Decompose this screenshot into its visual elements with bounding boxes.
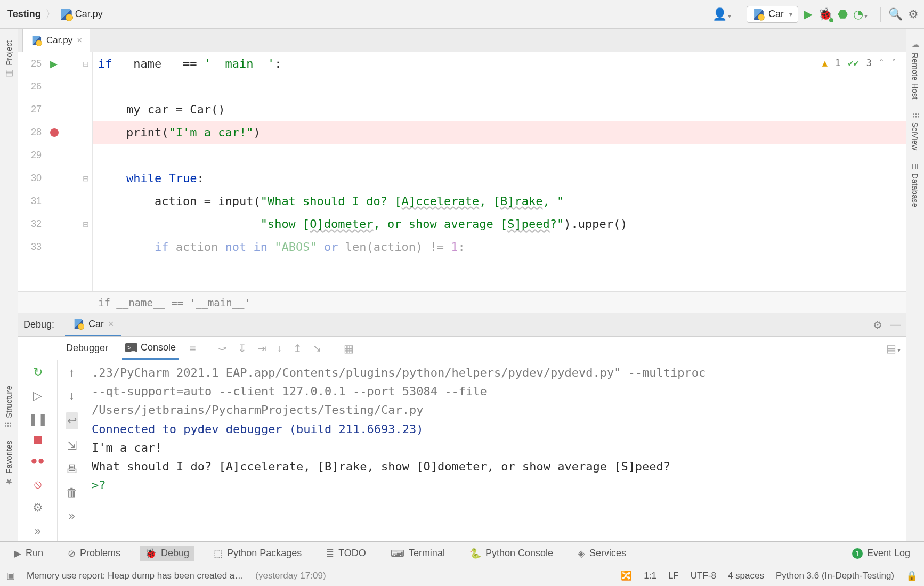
run-configuration-selector[interactable]: Car ▾ <box>747 6 798 23</box>
folder-icon: ▤ <box>4 69 14 79</box>
print-icon[interactable]: 🖶 <box>66 462 78 476</box>
caret-position[interactable]: 1:1 <box>644 571 656 581</box>
code-breadcrumb[interactable]: if __name__ == '__main__' <box>18 291 906 313</box>
debug-button[interactable]: 🐞 <box>818 7 832 21</box>
lock-icon[interactable]: 🔒 <box>906 570 918 582</box>
bug-icon: 🐞 <box>145 548 157 559</box>
problems-tool-button[interactable]: ⊘Problems <box>62 546 126 561</box>
console-toolbar: ↑ ↓ ↩ ⇲ 🖶 🗑 » <box>58 360 86 541</box>
console-prompt[interactable]: >? <box>92 476 901 494</box>
console-tab[interactable]: >_Console <box>122 337 179 360</box>
layout-icon[interactable]: ▤▾ <box>886 342 901 355</box>
editor-tab-car[interactable]: Car.py × <box>22 29 90 52</box>
pause-icon[interactable]: ❚❚ <box>28 412 47 426</box>
line-number: 29 <box>23 150 42 161</box>
run-coverage-button[interactable]: ⬣ <box>838 7 848 21</box>
navigation-bar: Testing 〉 Car.py 👤▾ Car ▾ ▶ 🐞 ⬣ ◔▾ 🔍 ⚙ <box>0 0 924 29</box>
step-out-icon[interactable]: ↥ <box>293 342 302 355</box>
debug-toolbar: Debugger >_Console ≡ ⤻ ↧ ⇥ ↓ ↥ ➘ ▦ ▤▾ <box>18 337 906 360</box>
structure-icon: ⠿ <box>4 421 14 428</box>
right-tool-rail: ☁Remote Host ⠿SciView ≣Database <box>906 29 924 541</box>
editor-tab-label: Car.py <box>46 35 72 46</box>
fold-icon[interactable]: ⊟ <box>83 220 89 229</box>
minimize-icon[interactable]: — <box>890 319 901 331</box>
resume-icon[interactable]: ▷ <box>33 389 42 403</box>
todo-tool-button[interactable]: ≣TODO <box>321 546 371 561</box>
close-icon[interactable]: × <box>77 35 82 46</box>
database-button[interactable]: ≣Database <box>910 163 920 207</box>
encoding[interactable]: UTF-8 <box>691 571 716 581</box>
fold-icon[interactable]: ⊟ <box>83 174 89 183</box>
breakpoint-icon[interactable] <box>50 128 59 137</box>
debug-tool-button[interactable]: 🐞Debug <box>140 546 194 561</box>
threads-icon[interactable]: ≡ <box>190 342 196 354</box>
run-gutter-icon[interactable]: ▶ <box>50 58 58 70</box>
close-icon[interactable]: × <box>108 319 114 330</box>
soft-wrap-icon[interactable]: ↩ <box>66 412 78 429</box>
console-output[interactable]: .23/PyCharm 2021.1 EAP.app/Contents/plug… <box>86 360 906 541</box>
gutter[interactable]: 25▶⊟ 26 27 28 29 30⊟ 31 32⊟ 33 <box>18 52 93 291</box>
breadcrumb-file[interactable]: Car.py <box>60 9 103 20</box>
run-button[interactable]: ▶ <box>804 7 813 21</box>
search-icon[interactable]: 🔍 <box>888 7 903 21</box>
console-line: --qt-support=auto --client 127.0.0.1 --p… <box>92 382 901 401</box>
packages-tool-button[interactable]: ⬚Python Packages <box>208 546 307 561</box>
project-tool-button[interactable]: ▤Project <box>4 40 14 79</box>
fold-icon[interactable]: ⊟ <box>83 60 89 68</box>
step-into-my-icon[interactable]: ⇥ <box>257 342 266 355</box>
debug-left-toolbar: ↻ ▷ ❚❚ ●● ⦸ ⚙ » <box>18 360 58 541</box>
console-line: What should I do? [A]ccelerate, [B]rake,… <box>92 457 901 476</box>
structure-tool-button[interactable]: ⠿Structure <box>4 386 14 428</box>
stop-icon[interactable] <box>34 436 42 444</box>
down-icon[interactable]: ↓ <box>69 389 75 403</box>
run-tool-button[interactable]: ▶Run <box>9 546 48 561</box>
user-icon[interactable]: 👤▾ <box>712 7 731 21</box>
status-bar: ▣ Memory use report: Heap dump has been … <box>0 565 924 586</box>
clear-icon[interactable]: 🗑 <box>66 486 78 500</box>
sciview-button[interactable]: ⠿SciView <box>910 112 920 150</box>
status-message[interactable]: Memory use report: Heap dump has been cr… <box>27 571 244 581</box>
debug-session-tab[interactable]: Car × <box>65 313 121 336</box>
run-to-cursor-icon[interactable]: ➘ <box>313 342 322 355</box>
debug-settings-icon[interactable]: ⚙ <box>33 501 43 515</box>
scroll-end-icon[interactable]: ⇲ <box>67 439 77 453</box>
python-icon: 🐍 <box>469 548 481 559</box>
breadcrumb-project[interactable]: Testing <box>7 9 41 20</box>
event-badge: 1 <box>852 548 863 559</box>
toolbar-right: 👤▾ Car ▾ ▶ 🐞 ⬣ ◔▾ 🔍 ⚙ <box>712 6 919 23</box>
favorites-tool-button[interactable]: ★Favorites <box>4 441 14 487</box>
python-file-icon <box>31 35 42 45</box>
prev-highlight-icon[interactable]: ˄ <box>879 58 884 68</box>
database-icon: ≣ <box>910 163 920 170</box>
more-icon[interactable]: » <box>34 524 40 538</box>
tool-windows-icon[interactable]: ▣ <box>6 570 15 581</box>
remote-host-button[interactable]: ☁Remote Host <box>910 39 920 100</box>
rerun-icon[interactable]: ↻ <box>33 365 43 379</box>
up-icon[interactable]: ↑ <box>69 365 75 379</box>
step-into-icon[interactable]: ↧ <box>238 342 247 355</box>
mute-breakpoints-icon[interactable]: ⦸ <box>34 477 42 491</box>
view-breakpoints-icon[interactable]: ●● <box>30 454 45 468</box>
more-icon[interactable]: » <box>68 509 75 523</box>
debugger-tab[interactable]: Debugger <box>63 337 111 360</box>
evaluate-icon[interactable]: ▦ <box>344 342 354 355</box>
profile-button[interactable]: ◔▾ <box>853 7 868 21</box>
terminal-tool-button[interactable]: ⌨Terminal <box>385 546 450 561</box>
interpreter[interactable]: Python 3.6 (In-Depth-Testing) <box>776 571 894 581</box>
force-step-icon[interactable]: ↓ <box>277 342 282 354</box>
line-number: 30 <box>23 173 42 184</box>
debug-tab-label: Car <box>88 319 104 330</box>
code-area[interactable]: ▲1 ✔✔3 ˄ ˅ if __name__ == '__main__': my… <box>93 52 906 291</box>
services-tool-button[interactable]: ◈Services <box>572 546 631 561</box>
step-over-icon[interactable]: ⤻ <box>218 342 227 355</box>
line-ending[interactable]: LF <box>668 571 679 581</box>
next-highlight-icon[interactable]: ˅ <box>891 58 896 68</box>
python-console-tool-button[interactable]: 🐍Python Console <box>464 546 558 561</box>
settings-icon[interactable]: ⚙ <box>908 7 919 21</box>
indent[interactable]: 4 spaces <box>728 571 764 581</box>
event-log-button[interactable]: 1Event Log <box>847 546 915 561</box>
editor[interactable]: 25▶⊟ 26 27 28 29 30⊟ 31 32⊟ 33 ▲1 ✔✔3 ˄ … <box>18 52 906 291</box>
git-icon[interactable]: 🔀 <box>621 570 632 581</box>
inspection-hints[interactable]: ▲1 ✔✔3 ˄ ˅ <box>822 58 896 68</box>
settings-icon[interactable]: ⚙ <box>873 319 882 331</box>
